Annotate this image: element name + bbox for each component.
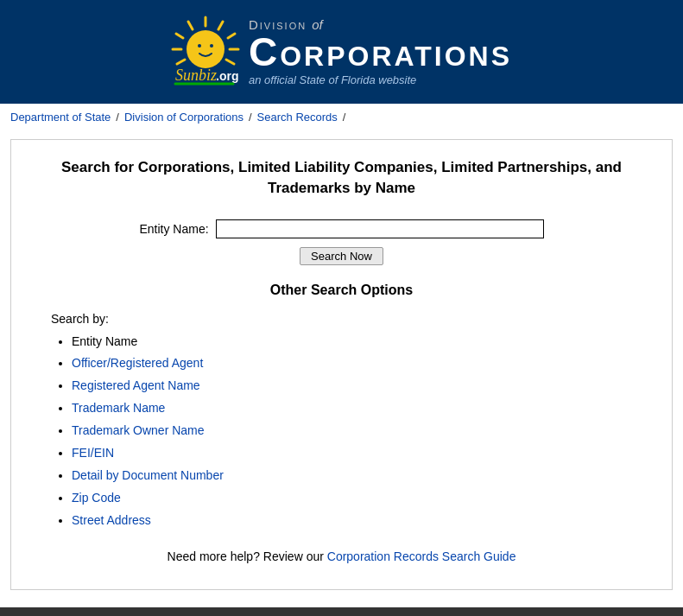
list-item: Detail by Document Number: [72, 465, 646, 487]
search-option-street-address[interactable]: Street Address: [72, 513, 151, 527]
list-item: Officer/Registered Agent: [72, 352, 646, 375]
search-option-detail-by-document-number[interactable]: Detail by Document Number: [72, 468, 224, 482]
site-footer: Florida Department of State, Division of…: [0, 607, 683, 616]
list-item: Zip Code: [72, 487, 646, 510]
breadcrumb-division-of-corps[interactable]: Division of Corporations: [124, 111, 243, 124]
list-item: Street Address: [72, 510, 646, 532]
corporation-records-search-guide-link[interactable]: Corporation Records Search Guide: [327, 549, 516, 563]
search-option-trademark-owner-name[interactable]: Trademark Owner Name: [72, 423, 205, 437]
page-title: Search for Corporations, Limited Liabili…: [37, 157, 646, 199]
list-item: Trademark Name: [72, 397, 646, 420]
breadcrumb-sep-3: /: [343, 111, 346, 124]
list-item: Trademark Owner Name: [72, 420, 646, 442]
list-item: Entity Name: [72, 331, 646, 353]
site-header: Sunbiz .org Division of Corporations an …: [0, 0, 683, 104]
breadcrumb-sep-2: /: [249, 111, 252, 124]
search-option-fei-ein[interactable]: FEI/EIN: [72, 446, 114, 460]
header-title-block: Division of Corporations an official Sta…: [249, 17, 512, 86]
search-by-label: Search by:: [51, 312, 646, 326]
svg-point-9: [187, 30, 225, 68]
search-now-button[interactable]: Search Now: [300, 247, 383, 265]
search-option-officer-registered-agent[interactable]: Officer/Registered Agent: [72, 356, 203, 370]
other-search-title: Other Search Options: [37, 283, 646, 298]
svg-line-4: [226, 60, 234, 64]
search-options-list: Entity Name Officer/Registered Agent Reg…: [72, 331, 646, 532]
official-text: an official State of Florida website: [249, 73, 416, 86]
breadcrumb-search-records[interactable]: Search Records: [257, 111, 338, 124]
breadcrumb: Department of State / Division of Corpor…: [0, 104, 683, 130]
list-item: Registered Agent Name: [72, 375, 646, 397]
svg-line-2: [228, 34, 235, 38]
help-row: Need more help? Review our Corporation R…: [37, 549, 646, 563]
svg-text:.org: .org: [216, 69, 238, 83]
search-option-zip-code[interactable]: Zip Code: [72, 491, 121, 505]
search-now-row: Search Now: [37, 247, 646, 265]
search-option-entity-name: Entity Name: [72, 334, 137, 348]
entity-name-label: Entity Name:: [139, 222, 208, 236]
svg-point-10: [198, 44, 201, 48]
svg-line-5: [188, 22, 193, 29]
svg-line-8: [177, 60, 185, 64]
help-text: Need more help? Review our: [168, 549, 327, 563]
svg-point-11: [210, 44, 213, 48]
list-item: FEI/EIN: [72, 442, 646, 465]
svg-line-6: [176, 34, 183, 38]
entity-name-row: Entity Name:: [37, 219, 646, 238]
svg-line-1: [218, 22, 223, 29]
breadcrumb-sep-1: /: [116, 111, 119, 124]
svg-text:Sunbiz: Sunbiz: [175, 67, 217, 84]
corporations-label: Corporations: [249, 32, 512, 72]
sunbiz-logo: Sunbiz .org: [171, 13, 240, 91]
search-option-trademark-name[interactable]: Trademark Name: [72, 401, 165, 415]
main-content-box: Search for Corporations, Limited Liabili…: [10, 139, 673, 590]
breadcrumb-dept-of-state[interactable]: Department of State: [10, 111, 111, 124]
search-option-registered-agent-name[interactable]: Registered Agent Name: [72, 378, 200, 392]
entity-name-input[interactable]: [216, 219, 544, 238]
